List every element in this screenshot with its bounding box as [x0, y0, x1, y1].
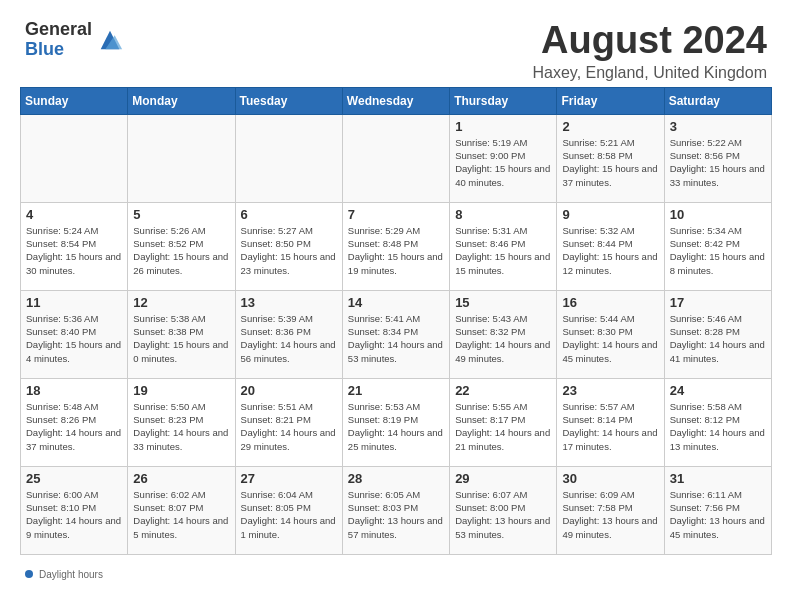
- table-row: 2Sunrise: 5:21 AM Sunset: 8:58 PM Daylig…: [557, 114, 664, 202]
- calendar-container: Sunday Monday Tuesday Wednesday Thursday…: [10, 87, 782, 565]
- header-monday: Monday: [128, 87, 235, 114]
- table-row: 17Sunrise: 5:46 AM Sunset: 8:28 PM Dayli…: [664, 290, 771, 378]
- day-number: 12: [133, 295, 229, 310]
- footer-daylight-label: Daylight hours: [39, 569, 103, 580]
- table-row: 26Sunrise: 6:02 AM Sunset: 8:07 PM Dayli…: [128, 466, 235, 554]
- day-number: 3: [670, 119, 766, 134]
- day-number: 24: [670, 383, 766, 398]
- day-number: 7: [348, 207, 444, 222]
- table-row: [235, 114, 342, 202]
- day-number: 29: [455, 471, 551, 486]
- calendar-body: 1Sunrise: 5:19 AM Sunset: 9:00 PM Daylig…: [21, 114, 772, 554]
- table-row: 14Sunrise: 5:41 AM Sunset: 8:34 PM Dayli…: [342, 290, 449, 378]
- table-row: 11Sunrise: 5:36 AM Sunset: 8:40 PM Dayli…: [21, 290, 128, 378]
- table-row: 4Sunrise: 5:24 AM Sunset: 8:54 PM Daylig…: [21, 202, 128, 290]
- table-row: 16Sunrise: 5:44 AM Sunset: 8:30 PM Dayli…: [557, 290, 664, 378]
- day-number: 5: [133, 207, 229, 222]
- table-row: 1Sunrise: 5:19 AM Sunset: 9:00 PM Daylig…: [450, 114, 557, 202]
- title-section: August 2024 Haxey, England, United Kingd…: [532, 20, 767, 82]
- table-row: 5Sunrise: 5:26 AM Sunset: 8:52 PM Daylig…: [128, 202, 235, 290]
- day-number: 27: [241, 471, 337, 486]
- page-header: General Blue August 2024 Haxey, England,…: [10, 10, 782, 87]
- table-row: 10Sunrise: 5:34 AM Sunset: 8:42 PM Dayli…: [664, 202, 771, 290]
- day-number: 2: [562, 119, 658, 134]
- table-row: 6Sunrise: 5:27 AM Sunset: 8:50 PM Daylig…: [235, 202, 342, 290]
- header-saturday: Saturday: [664, 87, 771, 114]
- day-number: 14: [348, 295, 444, 310]
- table-row: [21, 114, 128, 202]
- day-info: Sunrise: 5:19 AM Sunset: 9:00 PM Dayligh…: [455, 136, 551, 189]
- day-info: Sunrise: 5:41 AM Sunset: 8:34 PM Dayligh…: [348, 312, 444, 365]
- day-number: 9: [562, 207, 658, 222]
- day-info: Sunrise: 5:43 AM Sunset: 8:32 PM Dayligh…: [455, 312, 551, 365]
- calendar-table: Sunday Monday Tuesday Wednesday Thursday…: [20, 87, 772, 555]
- day-info: Sunrise: 6:09 AM Sunset: 7:58 PM Dayligh…: [562, 488, 658, 541]
- day-info: Sunrise: 5:57 AM Sunset: 8:14 PM Dayligh…: [562, 400, 658, 453]
- day-number: 8: [455, 207, 551, 222]
- table-row: 13Sunrise: 5:39 AM Sunset: 8:36 PM Dayli…: [235, 290, 342, 378]
- table-row: 18Sunrise: 5:48 AM Sunset: 8:26 PM Dayli…: [21, 378, 128, 466]
- header-friday: Friday: [557, 87, 664, 114]
- day-info: Sunrise: 5:58 AM Sunset: 8:12 PM Dayligh…: [670, 400, 766, 453]
- table-row: 7Sunrise: 5:29 AM Sunset: 8:48 PM Daylig…: [342, 202, 449, 290]
- day-number: 22: [455, 383, 551, 398]
- table-row: 28Sunrise: 6:05 AM Sunset: 8:03 PM Dayli…: [342, 466, 449, 554]
- table-row: 22Sunrise: 5:55 AM Sunset: 8:17 PM Dayli…: [450, 378, 557, 466]
- footer: Daylight hours: [10, 565, 782, 584]
- table-row: 15Sunrise: 5:43 AM Sunset: 8:32 PM Dayli…: [450, 290, 557, 378]
- table-row: 24Sunrise: 5:58 AM Sunset: 8:12 PM Dayli…: [664, 378, 771, 466]
- day-number: 18: [26, 383, 122, 398]
- day-info: Sunrise: 5:50 AM Sunset: 8:23 PM Dayligh…: [133, 400, 229, 453]
- table-row: 30Sunrise: 6:09 AM Sunset: 7:58 PM Dayli…: [557, 466, 664, 554]
- day-info: Sunrise: 5:36 AM Sunset: 8:40 PM Dayligh…: [26, 312, 122, 365]
- day-number: 15: [455, 295, 551, 310]
- table-row: [342, 114, 449, 202]
- day-number: 26: [133, 471, 229, 486]
- day-number: 1: [455, 119, 551, 134]
- day-number: 20: [241, 383, 337, 398]
- table-row: 8Sunrise: 5:31 AM Sunset: 8:46 PM Daylig…: [450, 202, 557, 290]
- day-info: Sunrise: 5:22 AM Sunset: 8:56 PM Dayligh…: [670, 136, 766, 189]
- day-info: Sunrise: 5:53 AM Sunset: 8:19 PM Dayligh…: [348, 400, 444, 453]
- header-sunday: Sunday: [21, 87, 128, 114]
- day-number: 4: [26, 207, 122, 222]
- day-info: Sunrise: 5:26 AM Sunset: 8:52 PM Dayligh…: [133, 224, 229, 277]
- table-row: 27Sunrise: 6:04 AM Sunset: 8:05 PM Dayli…: [235, 466, 342, 554]
- table-row: 23Sunrise: 5:57 AM Sunset: 8:14 PM Dayli…: [557, 378, 664, 466]
- day-info: Sunrise: 5:46 AM Sunset: 8:28 PM Dayligh…: [670, 312, 766, 365]
- location-text: Haxey, England, United Kingdom: [532, 64, 767, 82]
- day-info: Sunrise: 5:51 AM Sunset: 8:21 PM Dayligh…: [241, 400, 337, 453]
- day-number: 25: [26, 471, 122, 486]
- table-row: 19Sunrise: 5:50 AM Sunset: 8:23 PM Dayli…: [128, 378, 235, 466]
- day-number: 19: [133, 383, 229, 398]
- day-info: Sunrise: 5:38 AM Sunset: 8:38 PM Dayligh…: [133, 312, 229, 365]
- header-tuesday: Tuesday: [235, 87, 342, 114]
- header-wednesday: Wednesday: [342, 87, 449, 114]
- day-number: 30: [562, 471, 658, 486]
- logo-blue-text: Blue: [25, 40, 92, 60]
- table-row: 25Sunrise: 6:00 AM Sunset: 8:10 PM Dayli…: [21, 466, 128, 554]
- day-info: Sunrise: 5:55 AM Sunset: 8:17 PM Dayligh…: [455, 400, 551, 453]
- day-number: 28: [348, 471, 444, 486]
- day-number: 21: [348, 383, 444, 398]
- logo-general-text: General: [25, 20, 92, 40]
- day-info: Sunrise: 6:02 AM Sunset: 8:07 PM Dayligh…: [133, 488, 229, 541]
- day-info: Sunrise: 5:48 AM Sunset: 8:26 PM Dayligh…: [26, 400, 122, 453]
- table-row: 12Sunrise: 5:38 AM Sunset: 8:38 PM Dayli…: [128, 290, 235, 378]
- day-number: 11: [26, 295, 122, 310]
- day-info: Sunrise: 6:07 AM Sunset: 8:00 PM Dayligh…: [455, 488, 551, 541]
- header-thursday: Thursday: [450, 87, 557, 114]
- month-title: August 2024: [532, 20, 767, 62]
- day-info: Sunrise: 6:00 AM Sunset: 8:10 PM Dayligh…: [26, 488, 122, 541]
- day-number: 16: [562, 295, 658, 310]
- table-row: 9Sunrise: 5:32 AM Sunset: 8:44 PM Daylig…: [557, 202, 664, 290]
- day-number: 6: [241, 207, 337, 222]
- day-number: 31: [670, 471, 766, 486]
- day-number: 10: [670, 207, 766, 222]
- day-info: Sunrise: 5:24 AM Sunset: 8:54 PM Dayligh…: [26, 224, 122, 277]
- footer-dot: [25, 570, 33, 578]
- day-info: Sunrise: 5:34 AM Sunset: 8:42 PM Dayligh…: [670, 224, 766, 277]
- day-info: Sunrise: 6:04 AM Sunset: 8:05 PM Dayligh…: [241, 488, 337, 541]
- logo: General Blue: [25, 20, 124, 60]
- table-row: 31Sunrise: 6:11 AM Sunset: 7:56 PM Dayli…: [664, 466, 771, 554]
